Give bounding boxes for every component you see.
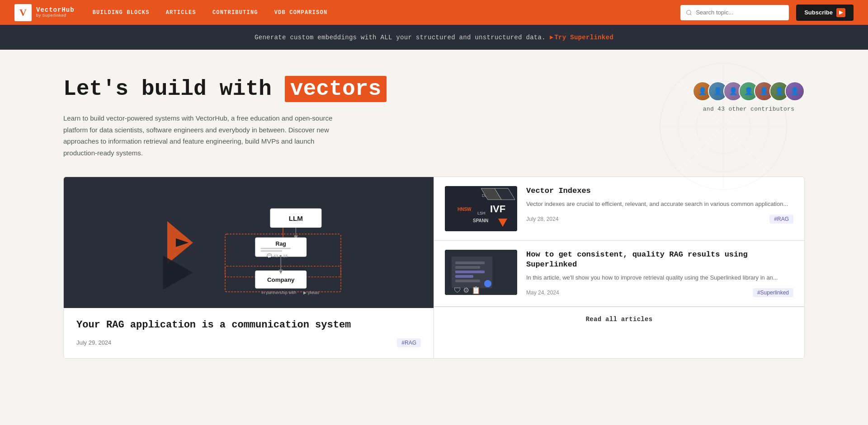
banner-cta-arrow: ► xyxy=(550,34,554,41)
nav-right: Subscribe ▶ xyxy=(680,5,854,21)
avatar: 👤 xyxy=(785,81,805,101)
rag-results-diagram: 🛡 ⚙ 📋 xyxy=(445,250,517,295)
content-section: LLM Rag 💬 43 ♥ 15 xyxy=(0,177,868,377)
nav-links: BUILDING BLOCKS ARTICLES CONTRIBUTING VD… xyxy=(93,9,663,16)
contributors-avatars: 👤 👤 👤 👤 👤 👤 👤 xyxy=(693,81,805,101)
svg-text:HNSW: HNSW xyxy=(458,207,472,212)
side-card-1-meta: July 28, 2024 #RAG xyxy=(526,215,793,224)
side-card-2-desc: In this article, we'll show you how to i… xyxy=(526,273,793,283)
search-icon xyxy=(686,9,692,16)
featured-article-date: July 29, 2024 xyxy=(76,339,111,346)
subscribe-label: Subscribe xyxy=(804,9,833,16)
svg-text:▶ pleias: ▶ pleias xyxy=(303,290,319,295)
side-card-2: 🛡 ⚙ 📋 How to get consistent, quality RAG… xyxy=(434,241,804,307)
side-card-1-tag[interactable]: #RAG xyxy=(769,215,793,224)
svg-line-1 xyxy=(690,14,692,15)
svg-rect-21 xyxy=(261,250,282,252)
side-cards: HNSW LSH IVF DiskANN SPANN xyxy=(434,177,804,358)
logo-link[interactable]: V VectorHub by Superlinked xyxy=(14,4,75,21)
svg-text:LSH: LSH xyxy=(477,211,486,215)
hero-section: Let's build with vectors Learn to build … xyxy=(0,50,868,177)
hero-right: 👤 👤 👤 👤 👤 👤 👤 and 43 other contributors xyxy=(693,77,805,112)
logo-box: V xyxy=(14,4,32,21)
nav-building-blocks[interactable]: BUILDING BLOCKS xyxy=(93,9,150,16)
side-card-2-meta: May 24, 2024 #Superlinked xyxy=(526,288,793,297)
side-card-1-title: Vector Indexes xyxy=(526,186,793,196)
featured-article-tag[interactable]: #RAG xyxy=(397,338,421,347)
svg-rect-46 xyxy=(455,280,480,282)
side-card-1-date: July 28, 2024 xyxy=(526,216,558,222)
search-box xyxy=(680,5,789,20)
svg-point-0 xyxy=(687,10,691,14)
featured-article-title: Your RAG application is a communication … xyxy=(76,319,421,332)
hero-title: Let's build with vectors xyxy=(63,77,665,102)
search-input[interactable] xyxy=(696,9,783,16)
logo-sub: by Superlinked xyxy=(36,14,75,18)
side-card-2-title: How to get consistent, quality RAG resul… xyxy=(526,250,793,270)
svg-text:🛡 ⚙ 📋: 🛡 ⚙ 📋 xyxy=(454,286,481,294)
svg-rect-45 xyxy=(455,275,473,278)
nav-vdb-comparison[interactable]: VDB COMPARISON xyxy=(274,9,328,16)
vector-indexes-diagram: HNSW LSH IVF DiskANN SPANN xyxy=(445,186,517,231)
svg-rect-44 xyxy=(455,271,485,273)
side-card-2-tag[interactable]: #Superlinked xyxy=(753,288,793,297)
side-card-1-image: HNSW LSH IVF DiskANN SPANN xyxy=(445,186,517,231)
navbar: V VectorHub by Superlinked BUILDING BLOC… xyxy=(0,0,868,25)
read-all-button[interactable]: Read all articles xyxy=(586,316,653,323)
read-all-row: Read all articles xyxy=(434,307,804,332)
svg-text:LLM: LLM xyxy=(289,215,303,222)
banner-cta-link[interactable]: Try Superlinked xyxy=(554,34,613,41)
featured-image: LLM Rag 💬 43 ♥ 15 xyxy=(64,177,434,308)
svg-rect-42 xyxy=(455,262,485,264)
svg-rect-43 xyxy=(455,266,480,269)
hero-description: Learn to build vector-powered systems wi… xyxy=(63,112,344,159)
hero-left: Let's build with vectors Learn to build … xyxy=(63,77,665,159)
featured-card: LLM Rag 💬 43 ♥ 15 xyxy=(64,177,434,358)
contributors-count: and 43 other contributors xyxy=(703,106,795,112)
side-card-2-date: May 24, 2024 xyxy=(526,290,559,296)
promo-banner: Generate custom embeddings with ALL your… xyxy=(0,25,868,50)
svg-text:IVF: IVF xyxy=(490,203,505,215)
featured-card-meta: July 29, 2024 #RAG xyxy=(76,338,421,347)
svg-text:Rag: Rag xyxy=(275,241,286,247)
side-card-2-content: How to get consistent, quality RAG resul… xyxy=(526,250,793,297)
subscribe-arrow-icon: ▶ xyxy=(836,8,845,17)
rag-diagram: LLM Rag 💬 43 ♥ 15 xyxy=(82,187,415,299)
nav-contributing[interactable]: CONTRIBUTING xyxy=(212,9,258,16)
svg-text:💬 43  ♥ 15: 💬 43 ♥ 15 xyxy=(267,253,288,259)
svg-point-47 xyxy=(484,280,491,287)
banner-text: Generate custom embeddings with ALL your… xyxy=(255,34,546,41)
nav-articles[interactable]: ARTICLES xyxy=(166,9,196,16)
side-card-1-content: Vector Indexes Vector indexes are crucia… xyxy=(526,186,793,224)
svg-text:Company: Company xyxy=(267,276,295,283)
hero-highlight: vectors xyxy=(285,76,387,102)
logo-text: VectorHub by Superlinked xyxy=(36,7,75,18)
side-card-1-desc: Vector indexes are crucial to efficient,… xyxy=(526,200,793,209)
featured-card-body: Your RAG application is a communication … xyxy=(64,308,434,358)
svg-rect-20 xyxy=(261,248,291,249)
side-card-2-image: 🛡 ⚙ 📋 xyxy=(445,250,517,295)
side-card-1: HNSW LSH IVF DiskANN SPANN xyxy=(434,177,804,241)
logo-name: VectorHub xyxy=(36,7,75,14)
cards-grid: LLM Rag 💬 43 ♥ 15 xyxy=(63,177,805,359)
logo-v-icon: V xyxy=(19,7,27,19)
svg-text:in partnership with: in partnership with xyxy=(261,290,296,295)
svg-text:SPANN: SPANN xyxy=(473,218,488,223)
subscribe-button[interactable]: Subscribe ▶ xyxy=(796,5,854,21)
